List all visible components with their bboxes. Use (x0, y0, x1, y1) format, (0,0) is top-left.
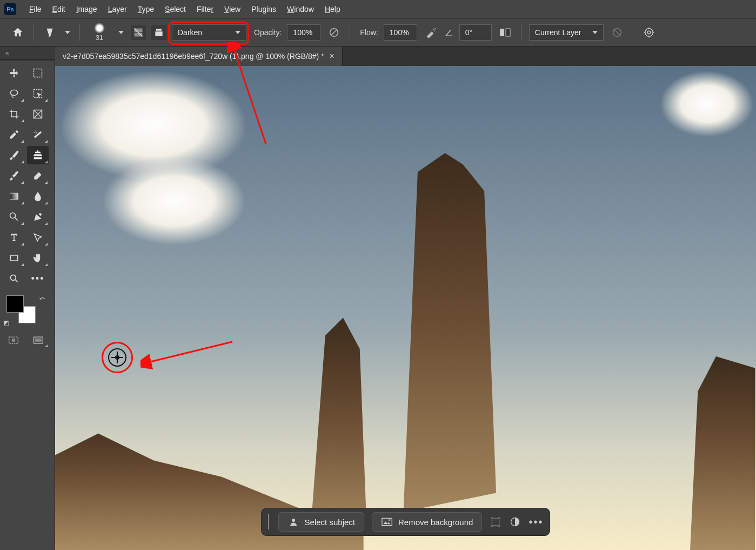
separator (79, 24, 80, 41)
separator (633, 24, 633, 41)
brush-settings-icon[interactable] (131, 25, 146, 40)
menu-image[interactable]: Image (71, 3, 103, 16)
diffusion-target-icon[interactable] (641, 24, 657, 41)
airbrush-icon[interactable] (423, 24, 439, 41)
menu-bar: Ps File Edit Image Layer Type Select Fil… (0, 0, 756, 18)
pen-tool[interactable] (27, 208, 49, 226)
separator (350, 24, 350, 41)
svg-rect-24 (35, 339, 42, 342)
sample-value: Current Layer (535, 28, 581, 37)
brush-preview-icon (94, 23, 105, 34)
person-icon (287, 516, 299, 528)
brush-preset-caret[interactable] (117, 24, 125, 41)
menu-help[interactable]: Help (319, 3, 346, 16)
menu-file[interactable]: File (24, 3, 47, 16)
blend-mode-dropdown[interactable]: Darken (172, 24, 246, 41)
svg-point-25 (292, 519, 295, 522)
menu-view[interactable]: View (219, 3, 246, 16)
svg-rect-13 (34, 131, 42, 138)
foreground-swatch[interactable] (6, 295, 24, 313)
canvas-area[interactable]: Select subject Remove background ••• (55, 66, 756, 550)
tool-preset-icon[interactable] (42, 24, 58, 41)
path-selection-tool[interactable] (27, 228, 49, 247)
ignore-adjustment-icon[interactable] (609, 24, 625, 41)
hand-tool[interactable] (27, 249, 49, 267)
svg-point-27 (389, 519, 390, 521)
select-subject-button[interactable]: Select subject (278, 512, 364, 532)
eyedropper-tool[interactable] (3, 125, 25, 144)
remove-background-button[interactable]: Remove background (372, 512, 482, 532)
contextual-task-bar: Select subject Remove background ••• (261, 508, 551, 536)
menu-plugins[interactable]: Plugins (246, 3, 282, 16)
menu-edit[interactable]: Edit (47, 3, 71, 16)
rectangle-tool[interactable] (3, 249, 25, 267)
svg-rect-26 (382, 518, 392, 525)
context-bar-handle[interactable] (268, 514, 271, 529)
opacity-label: Opacity: (254, 28, 282, 37)
sample-dropdown[interactable]: Current Layer (529, 24, 604, 41)
svg-point-8 (647, 31, 651, 34)
eraser-tool[interactable] (27, 167, 49, 185)
document-tab[interactable]: v2-e7d057ea59835c57ed1d61196eb9ee6f_720w… (55, 47, 343, 66)
aligned-icon[interactable] (497, 24, 513, 41)
object-selection-tool[interactable] (27, 84, 49, 103)
svg-point-14 (35, 131, 36, 132)
svg-rect-28 (492, 518, 499, 525)
clone-source-icon[interactable] (151, 25, 166, 40)
blend-mode-value: Darken (178, 28, 202, 37)
rock-pillar (392, 153, 511, 531)
menu-filter[interactable]: Filter (191, 3, 219, 16)
brush-preset-picker[interactable]: 31 (88, 23, 111, 42)
document-image: Select subject Remove background ••• (55, 66, 756, 550)
adjustments-icon[interactable] (509, 516, 521, 528)
angle-icon[interactable] (444, 24, 454, 41)
history-brush-tool[interactable] (3, 167, 25, 185)
flow-dropdown[interactable]: 100% (384, 24, 417, 41)
document-tab-title: v2-e7d057ea59835c57ed1d61196eb9ee6f_720w… (63, 52, 324, 61)
angle-value: 0° (465, 28, 472, 37)
cloud-shape (104, 158, 244, 244)
zoom-tool[interactable] (3, 269, 25, 288)
menu-select[interactable]: Select (159, 3, 191, 16)
gradient-tool[interactable] (3, 187, 25, 206)
svg-point-15 (34, 132, 35, 133)
rectangular-marquee-tool[interactable] (27, 64, 49, 82)
annotation-circle (102, 342, 133, 373)
svg-point-2 (434, 28, 436, 29)
menu-window[interactable]: Window (282, 3, 319, 16)
lasso-tool[interactable] (3, 84, 25, 103)
close-tab-icon[interactable]: × (330, 51, 334, 61)
transform-icon[interactable] (490, 516, 501, 528)
svg-rect-17 (10, 193, 18, 200)
home-icon[interactable] (10, 24, 26, 41)
select-subject-label: Select subject (305, 518, 355, 527)
move-tool[interactable] (3, 64, 25, 82)
healing-brush-tool[interactable] (27, 125, 49, 144)
app-logo-text: Ps (6, 6, 14, 12)
edit-toolbar-icon[interactable]: ••• (27, 269, 49, 288)
default-colors-icon[interactable]: ◩ (3, 319, 9, 327)
app-logo: Ps (4, 3, 16, 15)
dodge-tool[interactable] (3, 208, 25, 226)
rock-pillar (307, 317, 367, 540)
panel-collapse-strip[interactable]: « (0, 47, 55, 59)
tool-preset-caret[interactable] (63, 24, 72, 41)
screen-mode-icon[interactable] (28, 332, 49, 348)
quick-mask-icon[interactable] (3, 332, 24, 348)
opacity-pressure-icon[interactable] (326, 24, 342, 41)
cloud-shape (661, 71, 753, 136)
crop-tool[interactable] (3, 105, 25, 123)
type-tool[interactable] (3, 228, 25, 247)
menu-layer[interactable]: Layer (103, 3, 132, 16)
frame-tool[interactable] (27, 105, 49, 123)
svg-rect-5 (506, 29, 510, 36)
clone-stamp-tool[interactable] (27, 146, 49, 164)
svg-point-20 (10, 275, 16, 280)
menu-type[interactable]: Type (132, 3, 159, 16)
blur-tool[interactable] (27, 187, 49, 206)
angle-field[interactable]: 0° (459, 24, 492, 41)
more-options-icon[interactable]: ••• (528, 516, 543, 528)
opacity-dropdown[interactable]: 100% (287, 24, 320, 41)
swap-colors-icon[interactable]: ⤺ (39, 294, 45, 302)
brush-tool[interactable] (3, 146, 25, 164)
